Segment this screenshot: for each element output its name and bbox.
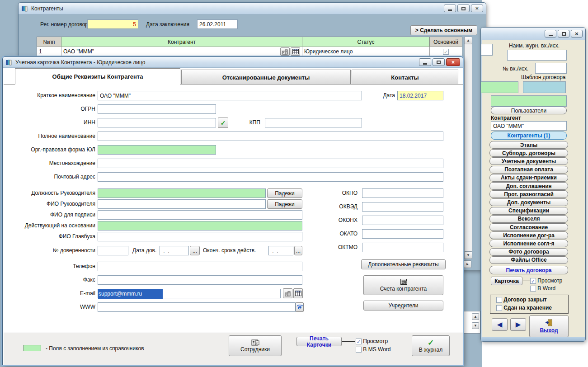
card-button[interactable]: Карточка bbox=[491, 277, 522, 285]
inn-check-button[interactable]: ✓ bbox=[218, 118, 228, 128]
contragent-input[interactable] bbox=[491, 121, 567, 131]
card-minimize-button[interactable] bbox=[419, 58, 431, 66]
contragents-count-button[interactable]: Контрагенты (1) bbox=[491, 132, 567, 140]
panel-nav-button[interactable]: Доп. документы bbox=[489, 198, 568, 206]
col-header-contragent[interactable]: Контрагент bbox=[61, 37, 302, 47]
short-name-input[interactable] bbox=[98, 91, 362, 100]
kpp-input[interactable] bbox=[265, 118, 362, 127]
table-button[interactable] bbox=[291, 47, 300, 56]
reference-field[interactable] bbox=[491, 95, 567, 107]
panel-titlebar[interactable]: × bbox=[481, 28, 585, 40]
panel-nav-button[interactable]: Фото договора bbox=[489, 248, 568, 256]
scroll-down-button[interactable]: ▼ bbox=[464, 251, 472, 259]
print-contract-button[interactable]: Печать договора bbox=[489, 266, 568, 274]
card-titlebar[interactable]: Учетная карточка Контрагента - Юридическ… bbox=[3, 57, 463, 68]
head-name-input[interactable] bbox=[98, 199, 266, 209]
reg-number-input[interactable] bbox=[87, 19, 138, 29]
www-open-button[interactable]: e bbox=[296, 302, 304, 312]
to-journal-button[interactable]: ✓ В журнал bbox=[412, 335, 450, 356]
spin-down-button[interactable]: ▼ bbox=[472, 322, 479, 329]
head-position-input[interactable] bbox=[98, 188, 266, 198]
okonh-input[interactable] bbox=[362, 216, 443, 225]
panel-nav-button[interactable]: Прот. разногласий bbox=[489, 190, 568, 198]
cases-button-2[interactable]: Падежи bbox=[267, 199, 302, 209]
panel-nav-button[interactable]: Доп. соглашения bbox=[489, 182, 568, 190]
card-close-button[interactable]: × bbox=[446, 58, 460, 66]
sign-name-input[interactable] bbox=[98, 210, 302, 220]
panel-nav-button[interactable]: Учетные документы bbox=[489, 157, 568, 165]
cutoff-input[interactable] bbox=[481, 44, 493, 56]
panel-nav-button[interactable]: Поэтапная оплата bbox=[489, 166, 568, 174]
row-cell-primary[interactable]: ✓ bbox=[429, 47, 462, 56]
full-name-input[interactable] bbox=[98, 132, 443, 141]
email-table-button[interactable] bbox=[293, 288, 303, 298]
spin-up-button[interactable]: ▲ bbox=[472, 313, 479, 320]
extra-requisites-button[interactable]: Дополнительные реквизиты bbox=[361, 259, 446, 269]
panel-nav-button[interactable]: Файлы Office bbox=[489, 256, 568, 264]
primary-checkbox[interactable]: ✓ bbox=[443, 49, 449, 55]
col-header-npp[interactable]: №пп bbox=[37, 37, 61, 47]
okved-input[interactable] bbox=[362, 202, 443, 212]
inn-input[interactable] bbox=[98, 118, 216, 127]
panel-nav-button[interactable]: Спецификации bbox=[489, 207, 568, 215]
legal-form-input[interactable] bbox=[98, 145, 216, 155]
panel-nav-button[interactable]: Согласование bbox=[489, 223, 568, 231]
panel-minimize-button[interactable] bbox=[545, 30, 556, 38]
maximize-button[interactable] bbox=[457, 5, 470, 12]
card-date-input[interactable] bbox=[397, 91, 443, 100]
email-org-button[interactable] bbox=[283, 288, 292, 298]
poa-date-browse-button[interactable]: ... bbox=[190, 246, 200, 255]
tab-contacts[interactable]: Контакты bbox=[352, 70, 458, 85]
template-field[interactable] bbox=[523, 81, 566, 93]
founders-button[interactable]: Учредители bbox=[363, 301, 443, 311]
template-source-field[interactable] bbox=[481, 81, 518, 93]
col-header-primary[interactable]: Основной bbox=[429, 37, 462, 47]
users-button[interactable]: Пользователи bbox=[491, 107, 567, 114]
make-primary-button[interactable]: > Сделать основным bbox=[410, 25, 477, 35]
tab-scanned-docs[interactable]: Отсканированные документы bbox=[181, 70, 351, 85]
print-card-button[interactable]: Печать Карточки bbox=[296, 337, 342, 346]
employees-button[interactable]: Сотрудники bbox=[229, 335, 282, 356]
word-checkbox[interactable] bbox=[530, 286, 536, 292]
table-vscrollbar[interactable] bbox=[464, 37, 472, 259]
storage-checkbox[interactable] bbox=[496, 305, 502, 311]
preview-checkbox[interactable]: ✓ bbox=[356, 339, 362, 344]
www-input[interactable] bbox=[98, 302, 296, 312]
contragents-titlebar[interactable]: Контрагенты × bbox=[19, 3, 486, 14]
accounts-button[interactable]: Счета контрагента bbox=[363, 275, 443, 295]
msword-checkbox[interactable] bbox=[356, 347, 362, 353]
tab-general[interactable]: Общие Реквизиты Контрагента bbox=[15, 68, 180, 85]
acting-on-input[interactable] bbox=[98, 221, 302, 231]
oktmo-input[interactable] bbox=[362, 243, 443, 252]
panel-nav-button[interactable]: Акты сдачи-приемки bbox=[489, 174, 568, 182]
journal-name-input[interactable] bbox=[507, 50, 567, 61]
scroll-up-button[interactable]: ▲ bbox=[464, 37, 472, 44]
org-card-button[interactable] bbox=[280, 47, 290, 56]
row-cell-npp[interactable]: 1 bbox=[37, 47, 61, 56]
cases-button-1[interactable]: Падежи bbox=[267, 188, 302, 198]
location-input[interactable] bbox=[98, 159, 443, 168]
poa-end-input[interactable] bbox=[268, 246, 293, 255]
phone-input[interactable] bbox=[98, 262, 302, 271]
exit-button[interactable]: Выход bbox=[529, 315, 569, 337]
panel-nav-button[interactable]: Этапы bbox=[489, 141, 568, 149]
okpo-input[interactable] bbox=[362, 188, 443, 198]
panel-maximize-button[interactable] bbox=[558, 30, 569, 38]
okato-input[interactable] bbox=[362, 229, 443, 239]
postal-input[interactable] bbox=[98, 172, 443, 182]
panel-close-button[interactable]: × bbox=[571, 30, 583, 38]
minimize-button[interactable] bbox=[444, 5, 456, 12]
poa-end-browse-button[interactable]: ... bbox=[294, 246, 302, 255]
email-input[interactable]: support@mmm.ru bbox=[98, 289, 281, 298]
inout-number-input[interactable] bbox=[535, 63, 567, 74]
panel-nav-button[interactable]: Исполнение дог-ра bbox=[489, 231, 568, 239]
preview-checkbox[interactable]: ✓ bbox=[530, 278, 536, 284]
panel-nav-button[interactable]: Векселя bbox=[489, 215, 568, 223]
conclusion-date-input[interactable] bbox=[197, 19, 238, 29]
next-button[interactable]: ▶ bbox=[510, 318, 526, 331]
row-cell-status[interactable]: Юридическое лицо bbox=[302, 47, 430, 56]
card-maximize-button[interactable] bbox=[433, 58, 445, 66]
close-button[interactable]: × bbox=[471, 5, 483, 12]
poa-date-input[interactable] bbox=[160, 246, 189, 255]
panel-nav-button[interactable]: Субподр. договоры bbox=[489, 149, 568, 157]
